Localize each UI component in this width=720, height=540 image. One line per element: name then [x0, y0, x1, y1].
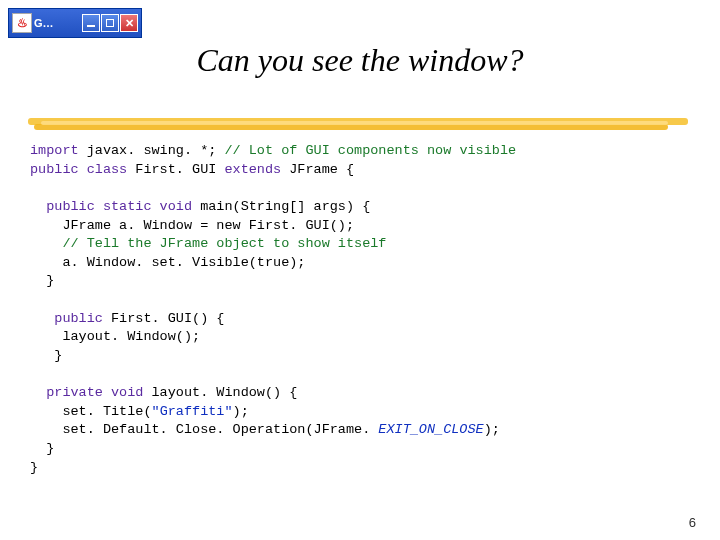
window-title: G… [34, 17, 81, 29]
keyword: public [30, 311, 103, 326]
code-text: ); [484, 422, 500, 437]
code-text: layout. Window() { [143, 385, 297, 400]
code-text: ); [233, 404, 249, 419]
code-text: set. Default. Close. Operation(JFrame. [30, 422, 378, 437]
code-text: } [30, 348, 62, 363]
code-text: JFrame { [281, 162, 354, 177]
page-number: 6 [689, 515, 696, 530]
keyword: public static void [30, 199, 192, 214]
code-text: layout. Window(); [30, 329, 200, 344]
comment: // Tell the JFrame object to show itself [30, 236, 386, 251]
keyword: import [30, 143, 79, 158]
code-text: } [30, 460, 38, 475]
minimize-button[interactable] [82, 14, 100, 32]
code-text: JFrame a. Window = new First. GUI(); [30, 218, 354, 233]
keyword: public class [30, 162, 127, 177]
title-underline-marker [28, 118, 688, 132]
string-literal: "Graffiti" [152, 404, 233, 419]
code-text: } [30, 273, 54, 288]
java-icon: ♨ [12, 13, 32, 33]
close-button[interactable] [120, 14, 138, 32]
slide-title: Can you see the window? [0, 42, 720, 79]
code-text: } [30, 441, 54, 456]
code-block: import javax. swing. *; // Lot of GUI co… [30, 142, 690, 477]
code-text: set. Title( [30, 404, 152, 419]
keyword: private void [30, 385, 143, 400]
code-text: First. GUI() { [103, 311, 225, 326]
code-text: First. GUI [127, 162, 224, 177]
constant: EXIT_ON_CLOSE [378, 422, 483, 437]
keyword: extends [224, 162, 281, 177]
code-text: main(String[] args) { [192, 199, 370, 214]
mini-window-titlebar: ♨ G… [8, 8, 142, 38]
comment: // Lot of GUI components now visible [224, 143, 516, 158]
code-text: javax. swing. *; [79, 143, 225, 158]
maximize-button[interactable] [101, 14, 119, 32]
code-text: a. Window. set. Visible(true); [30, 255, 305, 270]
